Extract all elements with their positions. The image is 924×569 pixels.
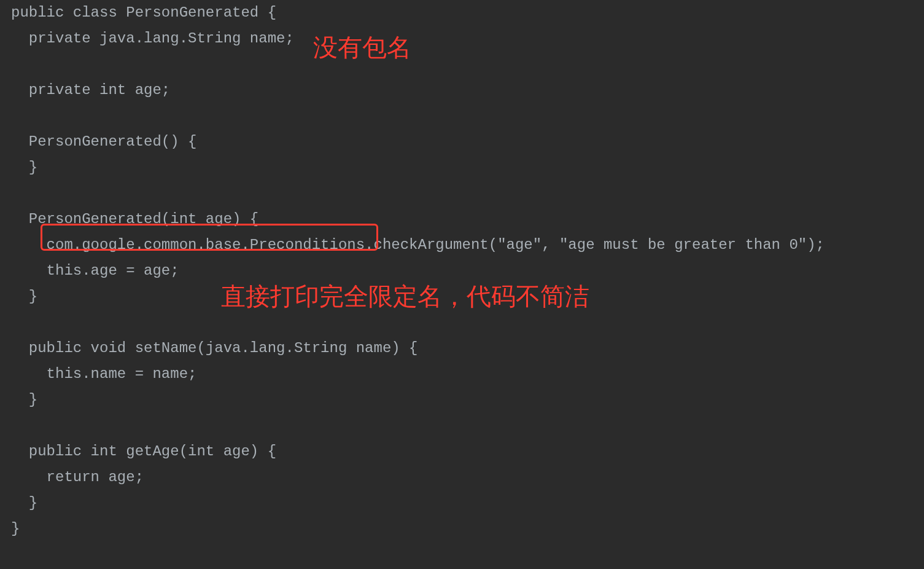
code-snippet-container: public class PersonGenerated { private j… (0, 0, 924, 569)
code-block: public class PersonGenerated { private j… (0, 0, 825, 542)
code-line: private java.lang.String name; (11, 30, 294, 47)
code-line: com.google.common.base.Preconditions.che… (11, 237, 825, 253)
annotation-no-package: 没有包名 (313, 31, 411, 65)
code-line: } (11, 159, 37, 176)
code-line: public void setName(java.lang.String nam… (11, 340, 418, 356)
code-line: this.name = name; (11, 366, 196, 382)
code-line: public class PersonGenerated { (11, 4, 276, 21)
annotation-fqcn-not-concise: 直接打印完全限定名，代码不简洁 (221, 280, 589, 313)
code-line: } (11, 391, 37, 408)
code-line: } (11, 520, 20, 537)
code-line: this.age = age; (11, 262, 179, 279)
code-line: PersonGenerated(int age) { (11, 211, 258, 227)
code-line: return age; (11, 469, 144, 485)
code-line: } (11, 495, 37, 511)
code-line: PersonGenerated() { (11, 133, 196, 150)
code-line: public int getAge(int age) { (11, 443, 276, 460)
code-line: private int age; (11, 82, 170, 98)
code-line: } (11, 288, 37, 305)
